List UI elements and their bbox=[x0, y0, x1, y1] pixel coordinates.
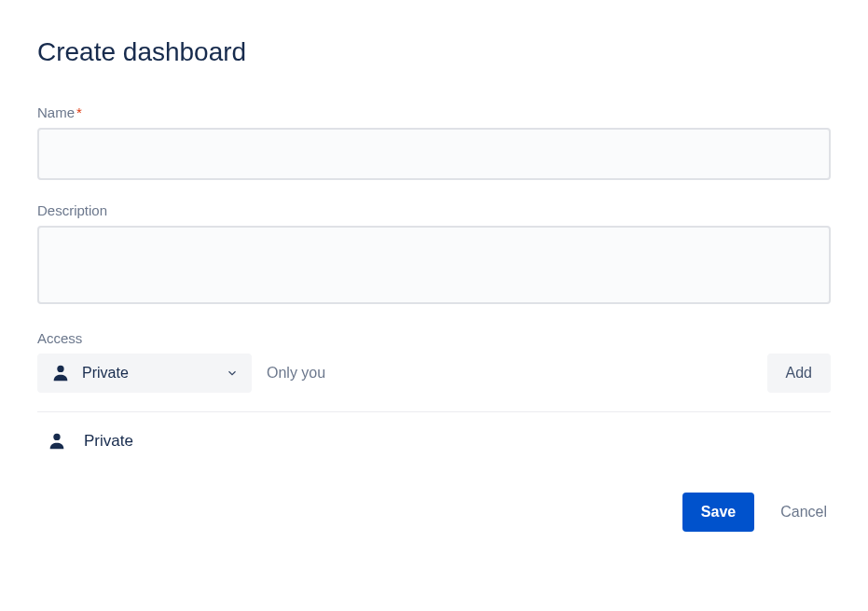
name-input[interactable] bbox=[37, 128, 831, 180]
name-label: Name* bbox=[37, 104, 831, 120]
name-field-group: Name* bbox=[37, 104, 831, 180]
svg-point-1 bbox=[53, 434, 60, 440]
person-icon bbox=[47, 431, 67, 451]
access-row: Private Only you Add bbox=[37, 354, 831, 412]
add-button[interactable]: Add bbox=[767, 354, 831, 393]
chevron-down-icon bbox=[226, 367, 239, 380]
description-input[interactable] bbox=[37, 226, 831, 304]
save-button[interactable]: Save bbox=[682, 493, 754, 532]
access-label: Access bbox=[37, 330, 831, 346]
footer-buttons: Save Cancel bbox=[37, 493, 831, 532]
name-label-text: Name bbox=[37, 104, 75, 120]
person-icon bbox=[50, 363, 71, 383]
access-select[interactable]: Private bbox=[37, 354, 252, 393]
access-entry-label: Private bbox=[84, 432, 133, 451]
cancel-button[interactable]: Cancel bbox=[777, 493, 831, 532]
access-select-label: Private bbox=[82, 365, 214, 382]
description-field-group: Description bbox=[37, 202, 831, 308]
access-entry: Private bbox=[37, 412, 831, 470]
svg-point-0 bbox=[57, 366, 63, 372]
access-field-group: Access Private Only you Add Private bbox=[37, 330, 831, 470]
description-label: Description bbox=[37, 202, 831, 218]
required-marker: * bbox=[76, 104, 82, 120]
page-title: Create dashboard bbox=[37, 37, 831, 67]
access-detail-text: Only you bbox=[267, 365, 752, 382]
